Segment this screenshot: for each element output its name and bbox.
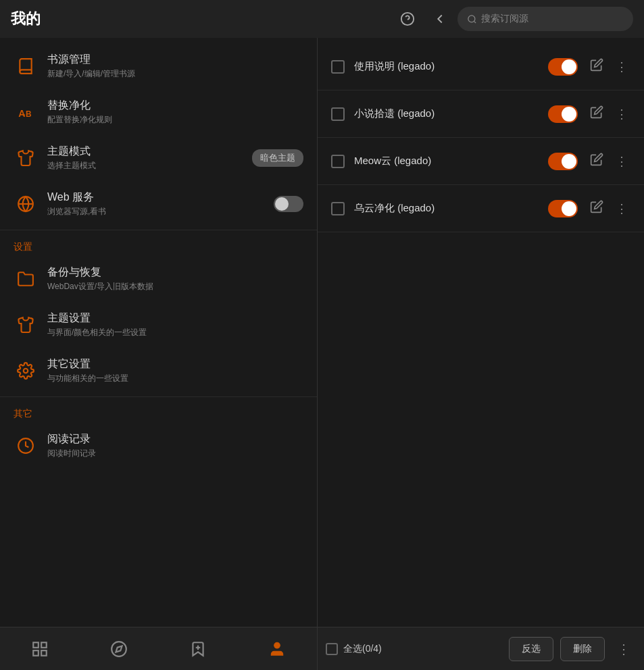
nav-bookmark[interactable] [178,636,218,662]
source-edit-icon-4[interactable] [587,197,606,220]
web-sub: 浏览器写源,看书 [47,206,274,217]
menu-text-backup: 备份与恢复 WebDav设置/导入旧版本数据 [47,265,303,292]
svg-point-19 [274,642,280,648]
menu-text-replace: 替换净化 配置替换净化规则 [47,99,303,126]
source-edit-icon-1[interactable] [587,55,606,78]
select-all-area[interactable]: 全选(0/4) [326,643,502,655]
svg-point-9 [24,369,28,373]
menu-item-book-source[interactable]: 书源管理 新建/导入/编辑/管理书源 [0,43,317,89]
menu-item-other-settings[interactable]: 其它设置 与功能相关的一些设置 [0,348,317,394]
help-icon[interactable] [395,7,420,31]
source-more-icon-2[interactable]: ⋮ [613,104,630,124]
source-edit-icon-3[interactable] [587,150,606,172]
nav-explore[interactable] [99,636,139,662]
menu-item-theme-mode[interactable]: 主题模式 选择主题模式 暗色主题 [0,135,317,181]
source-more-icon-1[interactable]: ⋮ [613,57,630,77]
theme-title: 主题模式 [47,145,252,159]
source-checkbox-4[interactable] [331,202,345,215]
source-more-icon-4[interactable]: ⋮ [613,199,630,219]
menu-item-backup[interactable]: 备份与恢复 WebDav设置/导入旧版本数据 [0,256,317,302]
ab-icon: A B [14,100,38,124]
source-item-3: Meow云 (legado) ⋮ [318,138,644,185]
menu-text-history: 阅读记录 阅读时间记录 [47,432,303,459]
svg-line-3 [474,21,476,23]
source-item-4: 乌云净化 (legado) ⋮ [318,185,644,232]
menu-text-other: 其它设置 与功能相关的一些设置 [47,357,303,384]
source-toggle-2[interactable] [548,105,578,123]
source-name-3: Meow云 (legado) [354,155,548,168]
page-title: 我的 [11,9,41,29]
bottom-more-icon[interactable]: ⋮ [612,638,636,660]
svg-text:A: A [18,108,25,119]
globe-icon [14,192,38,216]
search-placeholder: 搜索订阅源 [481,13,528,25]
web-service-toggle[interactable] [274,196,303,212]
other-settings-sub: 与功能相关的一些设置 [47,373,303,384]
invert-button[interactable]: 反选 [509,637,553,661]
book-source-sub: 新建/导入/编辑/管理书源 [47,68,303,80]
delete-button[interactable]: 删除 [560,637,605,661]
select-all-label: 全选(0/4) [343,643,382,655]
theme-settings-sub: 与界面/颜色相关的一些设置 [47,327,303,338]
bottom-bar: 全选(0/4) 反选 删除 ⋮ [0,627,644,670]
backup-title: 备份与恢复 [47,265,303,280]
menu-text-theme-settings: 主题设置 与界面/颜色相关的一些设置 [47,311,303,338]
source-item-1: 使用说明 (legado) ⋮ [318,43,644,91]
backup-sub: WebDav设置/导入旧版本数据 [47,281,303,292]
section-settings-label: 设置 [0,233,317,256]
source-toggle-3[interactable] [548,153,578,170]
source-toggle-4[interactable] [548,200,578,217]
folder-icon [14,267,38,291]
replace-sub: 配置替换净化规则 [47,114,303,126]
history-sub: 阅读时间记录 [47,448,303,459]
source-checkbox-3[interactable] [331,155,345,168]
svg-text:B: B [26,109,32,119]
replace-title: 替换净化 [47,99,303,113]
menu-item-web-service[interactable]: Web 服务 浏览器写源,看书 [0,181,317,227]
section-other-label: 其它 [0,400,317,423]
svg-rect-11 [33,642,39,648]
source-name-1: 使用说明 (legado) [354,60,548,73]
web-title: Web 服务 [47,190,274,205]
svg-point-15 [112,642,126,656]
left-panel: 书源管理 新建/导入/编辑/管理书源 A B 替换净化 配置替换净化规则 [0,38,318,627]
svg-point-2 [468,15,475,22]
settings-icon [14,359,38,383]
back-icon[interactable] [428,7,452,31]
tshirt2-icon [14,313,38,337]
search-bar[interactable]: 搜索订阅源 [457,7,633,31]
nav-bookshelf[interactable] [20,636,59,662]
source-edit-icon-2[interactable] [587,103,606,125]
svg-rect-14 [33,650,39,656]
source-item-2: 小说拾遗 (legado) ⋮ [318,91,644,138]
svg-rect-12 [41,642,47,648]
source-checkbox-1[interactable] [331,60,345,74]
history-title: 阅读记录 [47,432,303,446]
menu-text-book-source: 书源管理 新建/导入/编辑/管理书源 [47,53,303,80]
source-checkbox-2[interactable] [331,107,345,121]
main-content: 书源管理 新建/导入/编辑/管理书源 A B 替换净化 配置替换净化规则 [0,38,644,627]
right-panel: 使用说明 (legado) ⋮ 小说拾遗 (legado) ⋮ [318,38,644,627]
clock-icon [14,434,38,458]
theme-sub: 选择主题模式 [47,160,252,172]
source-name-4: 乌云净化 (legado) [354,202,548,215]
theme-badge: 暗色主题 [252,149,303,167]
svg-marker-16 [116,646,122,652]
nav-mine[interactable] [257,636,297,662]
other-settings-title: 其它设置 [47,357,303,371]
select-all-checkbox[interactable] [326,643,338,655]
book-icon [14,54,38,78]
menu-item-theme-settings[interactable]: 主题设置 与界面/颜色相关的一些设置 [0,302,317,348]
source-more-icon-3[interactable]: ⋮ [613,151,630,172]
source-name-2: 小说拾遗 (legado) [354,107,548,120]
header: 我的 搜索订阅源 [0,0,644,38]
book-source-title: 书源管理 [47,53,303,67]
menu-text-theme: 主题模式 选择主题模式 [47,145,252,172]
theme-settings-title: 主题设置 [47,311,303,326]
menu-text-web: Web 服务 浏览器写源,看书 [47,190,274,217]
source-toggle-1[interactable] [548,58,578,76]
menu-item-reading-history[interactable]: 阅读记录 阅读时间记录 [0,423,317,469]
bottom-nav [0,627,318,670]
svg-rect-13 [41,650,47,656]
menu-item-replace-purify[interactable]: A B 替换净化 配置替换净化规则 [0,89,317,135]
